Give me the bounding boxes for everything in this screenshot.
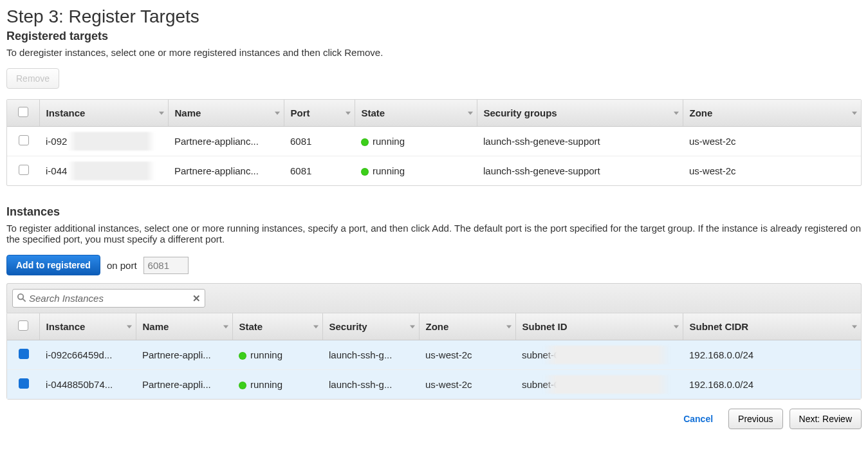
running-icon — [361, 138, 369, 146]
table-row[interactable]: i-092c66459d...Partnere-appli...runningl… — [7, 340, 861, 370]
cell-port: 6081 — [284, 127, 355, 156]
on-port-label: on port — [107, 260, 137, 271]
select-all-checkbox[interactable] — [18, 107, 28, 117]
cell-state: running — [355, 156, 477, 186]
col-subnet-id[interactable]: Subnet ID — [515, 313, 683, 340]
cell-instance: i-092xxxxxxxxxx9c5 — [39, 127, 168, 156]
instances-description: To register additional instances, select… — [6, 223, 862, 245]
row-checkbox[interactable] — [19, 378, 29, 389]
instances-table: Instance Name State Security Zone Subnet… — [7, 313, 861, 399]
add-to-registered-button[interactable]: Add to registered — [6, 255, 100, 275]
cell-instance: i-0448850b74... — [39, 370, 136, 400]
sort-icon — [852, 325, 857, 328]
cell-state: running — [232, 340, 322, 370]
col-instance[interactable]: Instance — [39, 100, 168, 127]
sort-icon — [674, 111, 679, 115]
row-checkbox[interactable] — [19, 135, 29, 145]
sort-icon — [468, 111, 473, 115]
cell-state: running — [355, 127, 477, 156]
previous-button[interactable]: Previous — [728, 409, 782, 429]
table-row[interactable]: i-044xxxxxxxxxxadaPartnere-applianc...60… — [7, 156, 861, 186]
remove-button[interactable]: Remove — [6, 68, 59, 89]
page-title: Step 3: Register Targets — [6, 6, 862, 27]
table-row[interactable]: i-092xxxxxxxxxx9c5Partnere-applianc...60… — [7, 127, 861, 156]
registered-targets-heading: Registered targets — [6, 30, 862, 43]
cell-subnet-id: subnet-0e17xxxxxxxxxx9e — [515, 370, 683, 400]
cell-zone: us-west-2c — [683, 127, 861, 156]
col-security[interactable]: Security groups — [477, 100, 683, 127]
clear-search-icon[interactable]: ✕ — [192, 293, 201, 304]
cell-zone: us-west-2c — [683, 156, 861, 186]
instances-heading: Instances — [6, 205, 862, 219]
sort-icon — [223, 325, 228, 328]
select-all-header[interactable] — [7, 100, 39, 127]
cell-subnet-id: subnet-0e17xxxxxxxxxx9e — [515, 340, 683, 370]
cell-security: launch-ssh-geneve-support — [477, 156, 683, 186]
search-input[interactable] — [29, 291, 192, 306]
cell-security: launch-ssh-g... — [322, 370, 419, 400]
cell-instance: i-044xxxxxxxxxxada — [39, 156, 168, 186]
sort-icon — [127, 325, 132, 328]
col-instance[interactable]: Instance — [39, 313, 136, 340]
col-state[interactable]: State — [355, 100, 477, 127]
sort-icon — [275, 111, 280, 115]
sort-icon — [313, 325, 319, 328]
next-review-button[interactable]: Next: Review — [790, 409, 862, 429]
registered-targets-table: Instance Name Port State Security groups… — [7, 100, 861, 185]
cancel-button[interactable]: Cancel — [674, 409, 722, 429]
row-checkbox[interactable] — [19, 165, 29, 175]
col-port[interactable]: Port — [284, 100, 355, 127]
cell-zone: us-west-2c — [419, 370, 515, 400]
cell-zone: us-west-2c — [419, 340, 515, 370]
cell-port: 6081 — [284, 156, 355, 186]
col-security[interactable]: Security — [322, 313, 419, 340]
cell-security: launch-ssh-geneve-support — [477, 127, 683, 156]
cell-subnet-cidr: 192.168.0.0/24 — [683, 370, 861, 400]
cell-instance: i-092c66459d... — [39, 340, 136, 370]
col-name[interactable]: Name — [168, 100, 284, 127]
col-state[interactable]: State — [232, 313, 322, 340]
cell-name: Partnere-appli... — [136, 370, 232, 400]
table-row[interactable]: i-0448850b74...Partnere-appli...runningl… — [7, 370, 861, 400]
col-name[interactable]: Name — [136, 313, 232, 340]
cell-security: launch-ssh-g... — [322, 340, 419, 370]
select-all-checkbox[interactable] — [18, 320, 28, 331]
select-all-header[interactable] — [7, 313, 39, 340]
port-input[interactable] — [143, 257, 189, 274]
running-icon — [239, 382, 246, 389]
sort-icon — [410, 325, 415, 328]
cell-state: running — [232, 370, 322, 400]
search-icon — [17, 293, 26, 304]
sort-icon — [159, 111, 164, 115]
col-zone[interactable]: Zone — [419, 313, 515, 340]
running-icon — [239, 352, 246, 360]
running-icon — [361, 168, 369, 176]
sort-icon — [506, 325, 512, 328]
cell-name: Partnere-appli... — [136, 340, 232, 370]
col-subnet-cidr[interactable]: Subnet CIDR — [683, 313, 861, 340]
col-zone[interactable]: Zone — [683, 100, 861, 127]
svg-line-1 — [23, 299, 25, 301]
sort-icon — [852, 111, 857, 115]
cell-name: Partnere-applianc... — [168, 127, 284, 156]
cell-subnet-cidr: 192.168.0.0/24 — [683, 340, 861, 370]
sort-icon — [346, 111, 351, 115]
row-checkbox[interactable] — [19, 349, 29, 359]
cell-name: Partnere-applianc... — [168, 156, 284, 186]
registered-targets-description: To deregister instances, select one or m… — [6, 47, 862, 58]
sort-icon — [674, 325, 679, 328]
